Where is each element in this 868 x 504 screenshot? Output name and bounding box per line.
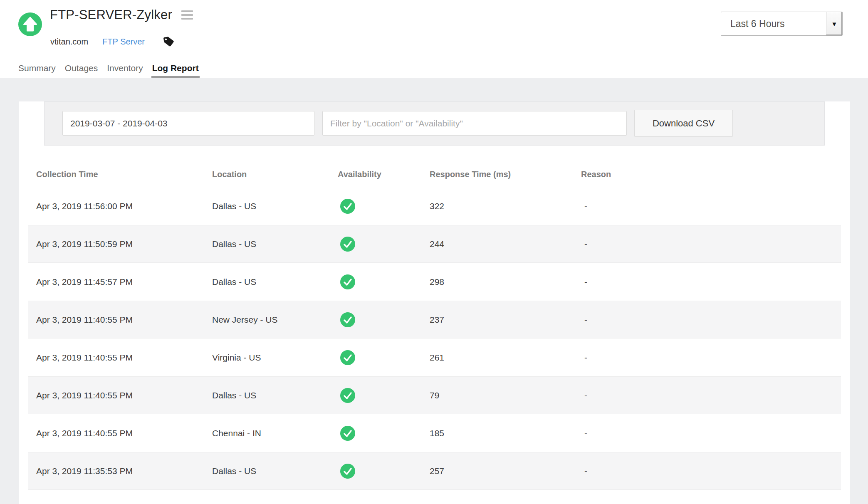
cell-response-time: 244 (430, 239, 581, 249)
table-body: Apr 3, 2019 11:56:00 PM Dallas - US 322 … (28, 187, 841, 490)
cell-location: Virginia - US (212, 353, 338, 363)
tab-log-report[interactable]: Log Report (152, 58, 199, 78)
availability-up-icon (340, 199, 355, 214)
availability-up-icon (340, 350, 355, 365)
cell-location: Dallas - US (212, 277, 338, 287)
cell-collection-time: Apr 3, 2019 11:45:57 PM (36, 277, 212, 287)
cell-collection-time: Apr 3, 2019 11:40:55 PM (36, 315, 212, 325)
table-row: Apr 3, 2019 11:56:00 PM Dallas - US 322 … (28, 187, 841, 225)
table-header-row: Collection Time Location Availability Re… (28, 162, 841, 187)
cell-response-time: 185 (430, 428, 581, 438)
cell-collection-time: Apr 3, 2019 11:35:53 PM (36, 466, 212, 476)
cell-reason: - (581, 201, 841, 211)
download-csv-button[interactable]: Download CSV (634, 110, 733, 137)
table-row: Apr 3, 2019 11:40:55 PM Chennai - IN 185… (28, 414, 841, 452)
cell-availability (338, 350, 430, 365)
column-header-reason: Reason (581, 170, 841, 179)
cell-response-time: 257 (430, 466, 581, 476)
cell-location: Dallas - US (212, 466, 338, 476)
cell-reason: - (581, 466, 841, 476)
cell-availability (338, 274, 430, 289)
availability-up-icon (340, 274, 355, 289)
cell-reason: - (581, 239, 841, 249)
filter-bar: Download CSV (44, 101, 825, 146)
tag-icon[interactable] (163, 36, 175, 47)
date-range-input[interactable] (62, 111, 314, 136)
cell-reason: - (581, 315, 841, 325)
cell-availability (338, 237, 430, 252)
cell-reason: - (581, 428, 841, 438)
cell-location: New Jersey - US (212, 315, 338, 325)
cell-reason: - (581, 277, 841, 287)
cell-reason: - (581, 390, 841, 400)
column-header-response-time: Response Time (ms) (430, 170, 581, 179)
cell-response-time: 261 (430, 353, 581, 363)
monitor-type-link[interactable]: FTP Server (102, 37, 145, 47)
cell-response-time: 79 (430, 390, 581, 400)
cell-response-time: 322 (430, 201, 581, 211)
table-row: Apr 3, 2019 11:40:55 PM Dallas - US 79 - (28, 376, 841, 414)
cell-location: Dallas - US (212, 201, 338, 211)
cell-availability (338, 464, 430, 479)
time-range-select[interactable]: Last 6 Hours ▼ (721, 12, 843, 36)
availability-up-icon (340, 312, 355, 327)
table-row: Apr 3, 2019 11:40:55 PM New Jersey - US … (28, 301, 841, 338)
hamburger-menu-icon[interactable] (181, 10, 194, 20)
tab-inventory[interactable]: Inventory (107, 58, 143, 78)
table-row: Apr 3, 2019 11:50:59 PM Dallas - US 244 … (28, 225, 841, 263)
cell-reason: - (581, 353, 841, 363)
filter-input[interactable] (322, 111, 627, 136)
cell-location: Dallas - US (212, 390, 338, 400)
cell-collection-time: Apr 3, 2019 11:40:55 PM (36, 353, 212, 363)
tab-outages[interactable]: Outages (65, 58, 98, 78)
table-row: Apr 3, 2019 11:40:55 PM Virginia - US 26… (28, 338, 841, 376)
cell-availability (338, 199, 430, 214)
tab-summary[interactable]: Summary (18, 58, 56, 78)
cell-collection-time: Apr 3, 2019 11:56:00 PM (36, 201, 212, 211)
cell-availability (338, 426, 430, 441)
table-row: Apr 3, 2019 11:35:53 PM Dallas - US 257 … (28, 452, 841, 490)
tab-bar: Summary Outages Inventory Log Report (18, 58, 199, 78)
cell-response-time: 237 (430, 315, 581, 325)
log-report-panel: Download CSV Collection Time Location Av… (19, 101, 850, 504)
availability-up-icon (340, 464, 355, 479)
time-range-value: Last 6 Hours (721, 18, 784, 30)
cell-collection-time: Apr 3, 2019 11:40:55 PM (36, 428, 212, 438)
cell-collection-time: Apr 3, 2019 11:50:59 PM (36, 239, 212, 249)
log-table: Collection Time Location Availability Re… (28, 162, 841, 490)
monitor-hostname: vtitan.com (50, 37, 88, 47)
availability-up-icon (340, 426, 355, 441)
page-header: FTP-SERVER-Zylker vtitan.com FTP Server … (0, 0, 868, 78)
monitor-status-up-icon (18, 12, 42, 36)
column-header-availability: Availability (338, 170, 430, 179)
cell-collection-time: Apr 3, 2019 11:40:55 PM (36, 390, 212, 400)
column-header-location: Location (212, 170, 338, 179)
monitor-title: FTP-SERVER-Zylker (50, 7, 172, 22)
chevron-down-icon: ▼ (826, 12, 842, 35)
cell-location: Dallas - US (212, 239, 338, 249)
availability-up-icon (340, 388, 355, 403)
column-header-collection-time: Collection Time (36, 170, 212, 179)
availability-up-icon (340, 237, 355, 252)
cell-response-time: 298 (430, 277, 581, 287)
cell-availability (338, 312, 430, 327)
table-row: Apr 3, 2019 11:45:57 PM Dallas - US 298 … (28, 263, 841, 301)
cell-availability (338, 388, 430, 403)
cell-location: Chennai - IN (212, 428, 338, 438)
